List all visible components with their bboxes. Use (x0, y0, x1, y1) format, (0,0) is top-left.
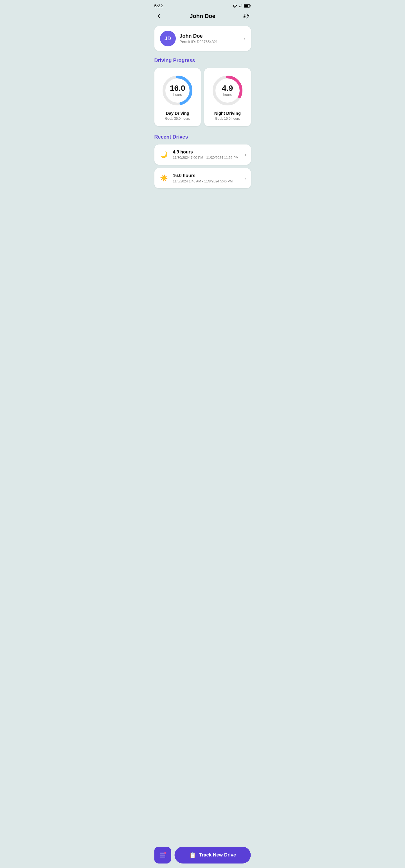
svg-rect-3 (241, 4, 242, 7)
night-goal: Goal: 15.0 hours (215, 117, 240, 121)
driving-progress-title: Driving Progress (154, 58, 251, 64)
svg-rect-6 (250, 5, 251, 6)
drive-item-1[interactable]: ☀️ 16.0 hours 11/8/2024 1:46 AM - 11/8/2… (154, 168, 251, 188)
svg-rect-0 (239, 6, 240, 7)
night-driving-card: 4.9 hours Night Driving Goal: 15.0 hours (204, 68, 251, 126)
profile-left: JD John Doe Permit ID: D987654321 (160, 31, 218, 46)
drive-day-icon: ☀️ (159, 173, 169, 183)
drive-left-0: 🌙 4.9 hours 11/30/2024 7:00 PM - 11/30/2… (159, 150, 239, 160)
drive-info-0: 4.9 hours 11/30/2024 7:00 PM - 11/30/202… (173, 150, 239, 160)
drive-item-0[interactable]: 🌙 4.9 hours 11/30/2024 7:00 PM - 11/30/2… (154, 145, 251, 165)
refresh-icon (243, 13, 249, 19)
drive-chevron-0: › (245, 152, 247, 158)
day-donut-container: 16.0 hours (161, 74, 194, 107)
profile-permit: Permit ID: D987654321 (180, 40, 218, 44)
profile-name: John Doe (180, 33, 218, 39)
night-value: 4.9 (222, 84, 233, 92)
progress-grid: 16.0 hours Day Driving Goal: 35.0 hours … (154, 68, 251, 126)
day-value: 16.0 (170, 84, 185, 92)
recent-drives-title: Recent Drives (154, 134, 251, 140)
day-goal: Goal: 35.0 hours (165, 117, 190, 121)
svg-rect-5 (244, 5, 248, 7)
night-label: Night Driving (214, 111, 241, 116)
status-icons (233, 4, 251, 8)
back-button[interactable] (154, 11, 164, 21)
drive-time-0: 11/30/2024 7:00 PM - 11/30/2024 11:55 PM (173, 156, 239, 160)
refresh-button[interactable] (242, 11, 251, 21)
night-unit: hours (222, 93, 233, 97)
drive-left-1: ☀️ 16.0 hours 11/8/2024 1:46 AM - 11/8/2… (159, 173, 233, 183)
status-bar: 5:22 (150, 0, 255, 9)
drive-info-1: 16.0 hours 11/8/2024 1:46 AM - 11/8/2024… (173, 173, 233, 183)
night-donut-center: 4.9 hours (222, 84, 233, 97)
profile-info: John Doe Permit ID: D987654321 (180, 33, 218, 44)
header: John Doe (150, 9, 255, 24)
wifi-icon (233, 4, 237, 8)
drive-time-1: 11/8/2024 1:46 AM - 11/8/2024 5:46 PM (173, 179, 233, 183)
page-title: John Doe (190, 13, 215, 20)
drive-hours-0: 4.9 hours (173, 150, 239, 155)
day-label: Day Driving (166, 111, 189, 116)
day-donut-center: 16.0 hours (170, 84, 185, 97)
night-donut-container: 4.9 hours (211, 74, 244, 107)
status-time: 5:22 (154, 3, 163, 8)
day-driving-card: 16.0 hours Day Driving Goal: 35.0 hours (154, 68, 201, 126)
day-unit: hours (170, 93, 185, 97)
profile-card[interactable]: JD John Doe Permit ID: D987654321 › (154, 26, 251, 51)
back-icon (156, 13, 162, 19)
main-content: JD John Doe Permit ID: D987654321 › Driv… (150, 24, 255, 222)
battery-icon (244, 4, 251, 8)
avatar: JD (160, 31, 176, 46)
drive-chevron-1: › (245, 176, 247, 181)
svg-rect-1 (240, 6, 240, 7)
profile-chevron-icon: › (243, 36, 245, 41)
svg-rect-2 (241, 5, 241, 7)
drives-list: 🌙 4.9 hours 11/30/2024 7:00 PM - 11/30/2… (154, 145, 251, 188)
drive-night-icon: 🌙 (159, 150, 169, 160)
signal-icon (238, 4, 243, 8)
drive-hours-1: 16.0 hours (173, 173, 233, 178)
